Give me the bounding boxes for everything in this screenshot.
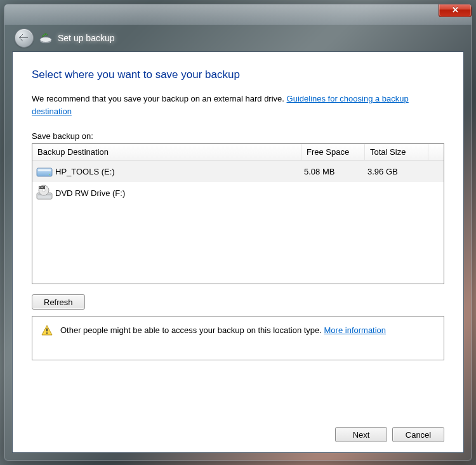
- dvd-drive-icon: DVD: [35, 184, 54, 202]
- wizard-heading: Select where you want to save your backu…: [32, 69, 444, 81]
- recommend-text: We recommend that you save your backup o…: [32, 93, 444, 117]
- hard-drive-icon: [35, 162, 54, 180]
- svg-point-1: [40, 37, 51, 43]
- header-title: Set up backup: [58, 33, 115, 43]
- back-button[interactable]: 🡠: [15, 29, 34, 48]
- svg-rect-3: [38, 169, 51, 171]
- arrow-left-icon: 🡠: [18, 32, 29, 44]
- svg-point-8: [43, 189, 45, 192]
- header-row: 🡠 Set up backup: [4, 25, 472, 51]
- warning-box: Other people might be able to access you…: [32, 316, 444, 360]
- drive-total: 3.96 GB: [362, 167, 426, 176]
- refresh-button[interactable]: Refresh: [32, 294, 85, 310]
- backup-wizard-icon: [39, 31, 53, 45]
- drive-row-hp-tools[interactable]: HP_TOOLS (E:) 5.08 MB 3.96 GB: [32, 160, 444, 182]
- recommend-prefix: We recommend that you save your backup o…: [32, 94, 287, 103]
- more-information-link[interactable]: More information: [324, 325, 387, 335]
- next-button[interactable]: Next: [335, 427, 387, 442]
- warning-text: Other people might be able to access you…: [60, 325, 324, 335]
- column-free-space[interactable]: Free Space: [301, 144, 365, 160]
- titlebar: ✕: [4, 4, 472, 25]
- cancel-button[interactable]: Cancel: [392, 427, 444, 442]
- drive-name: DVD RW Drive (F:): [54, 188, 299, 198]
- close-button[interactable]: ✕: [439, 4, 472, 17]
- wizard-window: ✕ 🡠 Set up backup Select where you want …: [4, 4, 472, 461]
- list-label: Save backup on:: [32, 131, 444, 141]
- svg-rect-2: [37, 168, 52, 176]
- column-total-size[interactable]: Total Size: [365, 144, 428, 160]
- wizard-body: Select where you want to save your backu…: [12, 51, 464, 453]
- svg-point-4: [49, 174, 50, 175]
- svg-point-12: [46, 332, 48, 334]
- drive-row-dvd[interactable]: DVD DVD RW Drive (F:): [32, 182, 444, 204]
- svg-rect-11: [46, 329, 48, 332]
- close-icon: ✕: [452, 5, 459, 15]
- column-spacer: [428, 144, 444, 160]
- footer-buttons: Next Cancel: [32, 414, 444, 442]
- column-destination[interactable]: Backup Destination: [32, 144, 301, 160]
- drive-name: HP_TOOLS (E:): [54, 167, 299, 176]
- destination-list: Backup Destination Free Space Total Size…: [32, 143, 444, 284]
- svg-text:DVD: DVD: [39, 186, 45, 189]
- warning-icon: [41, 325, 53, 336]
- list-header: Backup Destination Free Space Total Size: [32, 144, 444, 160]
- drive-free: 5.08 MB: [299, 167, 362, 176]
